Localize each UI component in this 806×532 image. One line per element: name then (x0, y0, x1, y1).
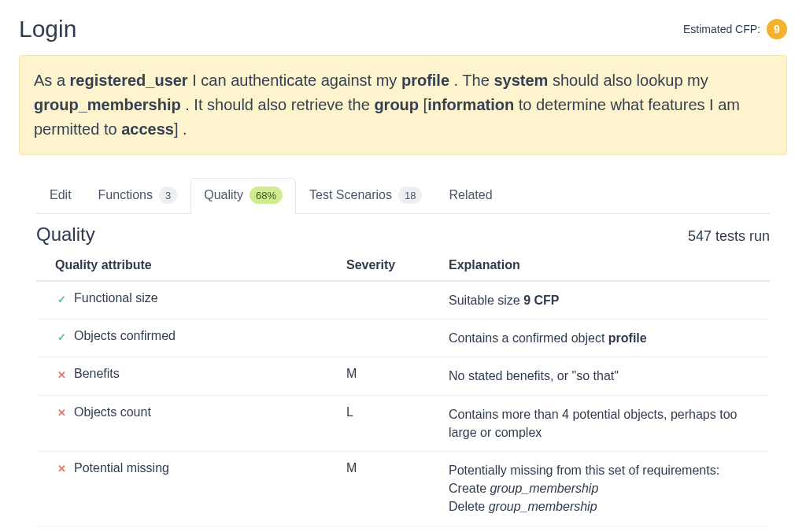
attribute-cell: ✓Functional size (55, 291, 346, 309)
quality-table: Quality attribute Severity Explanation ✓… (36, 252, 770, 526)
cfp-badge: 9 (767, 19, 787, 39)
col-attribute: Quality attribute (55, 258, 346, 272)
tab-badge: 18 (398, 187, 422, 204)
severity-cell: M (346, 461, 449, 516)
tab-label: Functions (98, 188, 153, 202)
attribute-name: Objects confirmed (74, 329, 176, 343)
severity-cell: M (346, 367, 449, 385)
attribute-name: Functional size (74, 291, 158, 305)
table-row: ✕BenefitsMNo stated benefits, or "so tha… (36, 357, 770, 395)
tab-label: Quality (204, 188, 243, 202)
check-icon: ✓ (55, 331, 68, 343)
explanation-cell: No stated benefits, or "so that" (449, 367, 751, 385)
explanation-cell: Suitable size 9 CFP (449, 291, 751, 309)
col-explanation: Explanation (449, 258, 751, 272)
quality-table-header: Quality attribute Severity Explanation (36, 252, 770, 282)
story-card: As a registered_user I can authenticate … (19, 55, 787, 155)
check-icon: ✓ (55, 293, 68, 305)
tab-label: Test Scenarios (309, 188, 392, 202)
attribute-name: Potential missing (74, 461, 169, 475)
attribute-cell: ✕Potential missing (55, 461, 346, 516)
cfp-label: Estimated CFP: (683, 23, 760, 35)
tab-badge: 68% (250, 187, 283, 204)
tab-edit[interactable]: Edit (36, 178, 85, 214)
tab-badge: 3 (159, 187, 177, 204)
explanation-cell: Potentially missing from this set of req… (449, 461, 751, 516)
tab-functions[interactable]: Functions3 (85, 178, 191, 214)
quality-section-header: Quality 547 tests run (19, 224, 787, 252)
tab-label: Edit (50, 188, 72, 202)
cross-icon: ✕ (55, 407, 68, 419)
tab-bar: EditFunctions3Quality68%Test Scenarios18… (36, 177, 770, 214)
cfp-summary: Estimated CFP: 9 (683, 19, 787, 39)
attribute-cell: ✓Objects confirmed (55, 329, 346, 347)
attribute-name: Benefits (74, 367, 120, 381)
col-severity: Severity (346, 258, 449, 272)
attribute-cell: ✕Benefits (55, 367, 346, 385)
severity-cell (346, 291, 449, 309)
tab-related[interactable]: Related (435, 178, 505, 214)
explanation-cell: Contains a confirmed object profile (449, 329, 751, 347)
quality-section-title: Quality (36, 224, 95, 246)
table-row: ✕Objects countLContains more than 4 pote… (36, 396, 770, 452)
tab-label: Related (449, 188, 492, 202)
tab-quality[interactable]: Quality68% (190, 178, 296, 214)
severity-cell (346, 329, 449, 347)
page-header: Login Estimated CFP: 9 (19, 16, 787, 42)
severity-cell: L (346, 405, 449, 441)
explanation-cell: Contains more than 4 potential objects, … (449, 405, 751, 441)
attribute-cell: ✕Objects count (55, 405, 346, 441)
cross-icon: ✕ (55, 463, 68, 475)
table-row: ✕Potential missingMPotentially missing f… (36, 452, 770, 526)
tab-test-scenarios[interactable]: Test Scenarios18 (296, 178, 435, 214)
tests-run-count: 547 tests run (688, 228, 770, 245)
table-row: ✓Objects confirmedContains a confirmed o… (36, 320, 770, 357)
attribute-name: Objects count (74, 405, 151, 419)
cross-icon: ✕ (55, 368, 68, 381)
table-row: ✓Functional sizeSuitable size 9 CFP (36, 282, 770, 320)
page-title: Login (19, 16, 76, 42)
